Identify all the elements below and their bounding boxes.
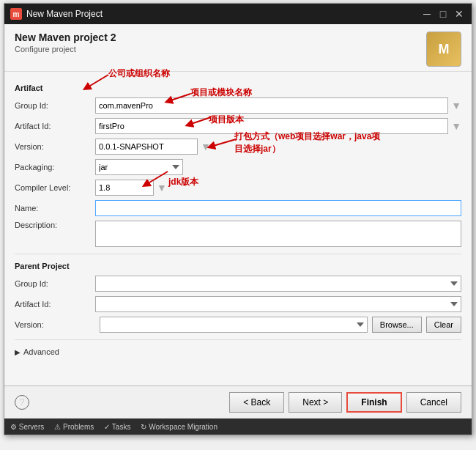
artifact-id-row: Artifact Id: ▼: [4, 116, 472, 136]
artifact-id-dropdown-icon[interactable]: ▼: [451, 120, 461, 132]
dialog-content: New Maven project 2 Configure project M …: [4, 24, 472, 386]
description-input[interactable]: [95, 221, 461, 247]
group-id-input[interactable]: [95, 97, 448, 114]
compiler-level-input[interactable]: [95, 180, 154, 196]
advanced-arrow-icon: ▶: [15, 348, 21, 356]
tab-workspace-migration[interactable]: ↻ Workspace Migration: [141, 423, 217, 431]
tab-problems[interactable]: ⚠ Problems: [54, 423, 94, 431]
browse-button[interactable]: Browse...: [372, 317, 422, 333]
name-label: Name:: [15, 204, 95, 213]
parent-artifact-id-select[interactable]: [95, 296, 461, 312]
app-icon: m: [10, 8, 22, 20]
dialog-subtitle: Configure project: [15, 45, 116, 54]
group-id-label: Group Id:: [15, 101, 95, 110]
cancel-button[interactable]: Cancel: [406, 392, 461, 413]
advanced-toggle[interactable]: ▶ Advanced: [15, 347, 59, 356]
help-button[interactable]: ?: [15, 395, 29, 410]
form-area: Artifact Group Id: ▼ Artifact Id: ▼ Vers…: [4, 72, 472, 386]
tab-servers[interactable]: ⚙ Servers: [10, 423, 44, 431]
close-button[interactable]: ✕: [453, 7, 466, 21]
finish-button[interactable]: Finish: [346, 392, 401, 413]
version-row: Version: ▼: [4, 136, 472, 157]
maximize-button[interactable]: □: [436, 7, 450, 21]
group-id-row: Group Id: ▼: [4, 95, 472, 116]
description-label: Description:: [15, 221, 95, 229]
version-label: Version:: [15, 142, 95, 151]
parent-group-id-select[interactable]: [95, 276, 461, 292]
packaging-select[interactable]: jar war pom: [95, 159, 183, 175]
tab-tasks[interactable]: ✓ Tasks: [104, 423, 130, 431]
parent-project-label: Parent Project: [4, 259, 472, 273]
parent-group-id-label: Group Id:: [15, 279, 95, 288]
section-divider-2: [15, 339, 461, 340]
group-id-dropdown-icon[interactable]: ▼: [451, 100, 461, 111]
window-controls: ─ □ ✕: [420, 7, 466, 21]
back-button[interactable]: < Back: [229, 392, 284, 413]
minimize-button[interactable]: ─: [420, 7, 434, 21]
section-divider: [15, 254, 461, 254]
packaging-row: Packaging: jar war pom: [4, 157, 472, 177]
clear-button[interactable]: Clear: [426, 317, 461, 333]
dialog-title: New Maven project 2: [15, 32, 116, 43]
advanced-row: ▶ Advanced: [4, 344, 472, 359]
description-row: Description:: [4, 218, 472, 249]
advanced-label: Advanced: [23, 347, 59, 356]
parent-version-row: Version: Browse... Clear: [4, 314, 472, 335]
version-dropdown-icon[interactable]: ▼: [201, 141, 211, 152]
compiler-level-label: Compiler Level:: [15, 183, 95, 192]
parent-version-select[interactable]: [100, 317, 368, 333]
parent-group-id-row: Group Id:: [4, 273, 472, 294]
artifact-id-input[interactable]: [95, 118, 448, 134]
name-row: Name:: [4, 198, 472, 218]
compiler-dropdown-icon[interactable]: ▼: [157, 182, 167, 193]
parent-version-label: Version:: [15, 320, 95, 329]
parent-artifact-id-row: Artifact Id:: [4, 294, 472, 314]
footer-buttons: ? < Back Next > Finish Cancel: [15, 392, 461, 413]
header-text: New Maven project 2 Configure project: [15, 32, 116, 54]
maven-logo: M: [426, 32, 461, 67]
title-bar: m New Maven Project ─ □ ✕: [4, 4, 472, 24]
artifact-id-label: Artifact Id:: [15, 122, 95, 130]
version-input[interactable]: [95, 139, 198, 155]
next-button[interactable]: Next >: [289, 392, 342, 413]
parent-artifact-id-label: Artifact Id:: [15, 300, 95, 309]
packaging-label: Packaging:: [15, 163, 95, 171]
bottom-bar: ⚙ Servers ⚠ Problems ✓ Tasks ↻ Workspace…: [4, 418, 472, 435]
compiler-level-row: Compiler Level: ▼: [4, 177, 472, 198]
artifact-section-label: Artifact: [4, 81, 472, 95]
dialog-footer: ? < Back Next > Finish Cancel: [4, 386, 472, 418]
dialog-header: New Maven project 2 Configure project M: [4, 24, 472, 72]
window-title: New Maven Project: [26, 9, 420, 19]
name-input[interactable]: [95, 200, 461, 216]
